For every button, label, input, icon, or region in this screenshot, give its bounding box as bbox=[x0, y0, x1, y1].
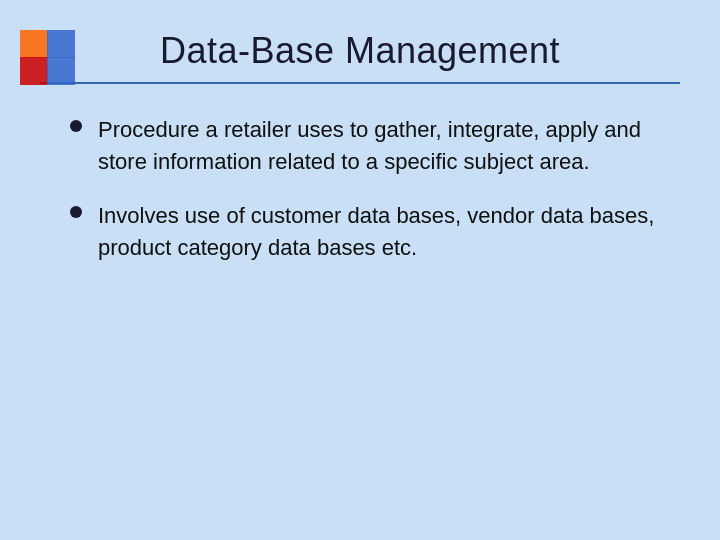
bullet-point-1 bbox=[70, 120, 82, 132]
bullet-text-1: Procedure a retailer uses to gather, int… bbox=[98, 114, 665, 178]
divider-line bbox=[40, 82, 680, 84]
corner-decoration bbox=[20, 30, 75, 85]
decoration-square-red bbox=[20, 57, 48, 85]
decoration-square-orange bbox=[20, 30, 48, 58]
bullet-item-1: Procedure a retailer uses to gather, int… bbox=[70, 114, 665, 178]
bullet-text-2: Involves use of customer data bases, ven… bbox=[98, 200, 665, 264]
bullet-item-2: Involves use of customer data bases, ven… bbox=[70, 200, 665, 264]
decoration-square-blue-top bbox=[47, 30, 75, 58]
slide-title: Data-Base Management bbox=[40, 30, 680, 72]
bullet-point-2 bbox=[70, 206, 82, 218]
title-section: Data-Base Management bbox=[40, 30, 680, 72]
slide: Data-Base Management Procedure a retaile… bbox=[0, 0, 720, 540]
content-area: Procedure a retailer uses to gather, int… bbox=[40, 104, 680, 296]
decoration-square-blue-bottom bbox=[47, 57, 75, 85]
